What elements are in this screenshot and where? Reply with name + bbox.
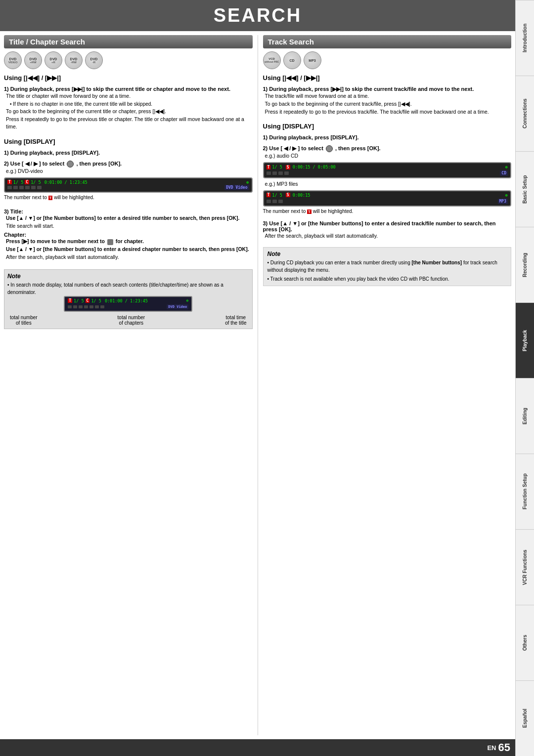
left-screen-top-row: T 1/ 5 C 1/ 5 0:01:00 / 1:23:45 ⊕ <box>7 180 249 185</box>
left-screen-c-val: 1/ 5 <box>31 180 41 185</box>
right-cd-badge: CD <box>500 170 508 176</box>
left-eg-label: e.g.) DVD-video <box>4 168 253 175</box>
left-step1-line3: Press it repeatedly to go to the previou… <box>4 116 253 131</box>
left-display-step1-bold: 1) During playback, press [DISPLAY]. <box>4 150 253 156</box>
left-note-bullet: • In search mode display, total numbers … <box>7 281 249 296</box>
right-eg2-label: e.g.) MP3 files <box>263 180 512 188</box>
left-step1-bold: 1) During playback, press [▶▶|] to skip … <box>4 86 253 92</box>
two-col-layout: Title / Chapter Search DVD VIDEO DVD +RW… <box>0 31 515 739</box>
left-step3-title-text: Use [▲ / ▼] or [the Number buttons] to e… <box>4 214 253 222</box>
left-chapter-label: Chapter: <box>4 232 253 238</box>
right-t-highlight: T <box>307 210 312 214</box>
page-number-row: EN 65 <box>0 739 515 756</box>
left-display-step2-text: 2) Use [ ◀ / ▶ ] to select , then press … <box>4 161 253 168</box>
right-note-box: Note • During CD playback you can enter … <box>263 247 512 286</box>
t-label: T <box>7 180 12 184</box>
left-screen-t-val: 1/ 5 <box>13 180 23 185</box>
right-display-step1: 1) During playback, press [DISPLAY]. <box>263 134 512 140</box>
left-step2-rest: , then press [OK]. <box>77 161 122 167</box>
left-step3: 3) Title: Use [▲ / ▼] or [the Number but… <box>4 207 253 261</box>
t-highlight: T <box>48 196 53 200</box>
sidebar-tab-basic-setup[interactable]: Basic Setup <box>516 151 534 227</box>
left-column: Title / Chapter Search DVD VIDEO DVD +RW… <box>4 35 253 735</box>
sidebar-tab-others[interactable]: Others <box>516 605 534 680</box>
search-target-icon <box>67 161 74 168</box>
left-screen-icon5 <box>31 186 36 189</box>
right-display-step1-bold: 1) During playback, press [DISPLAY]. <box>263 134 512 140</box>
en-label: EN <box>487 744 496 752</box>
right-step1-bold: 1) During playback, press [▶▶|] to skip … <box>263 86 512 92</box>
sidebar-tab-espanol[interactable]: Español <box>516 680 534 756</box>
left-disc-icons: DVD VIDEO DVD +RW DVD +R DVD -RW DVD - <box>4 51 253 69</box>
main-content: SEARCH Title / Chapter Search DVD VIDEO … <box>0 0 515 756</box>
right-search-target-icon <box>326 145 333 152</box>
sidebar-tab-vcr-functions[interactable]: VCR Functions <box>516 529 534 605</box>
right-mp3-screen: T 1/ 5 S 0:00:15 ⊕ MP3 <box>263 190 512 207</box>
c-label: C <box>25 180 29 184</box>
disc-dvd-video: DVD VIDEO <box>4 51 22 69</box>
left-screen-badge: DVD Video <box>224 185 249 190</box>
left-display-step1: 1) During playback, press [DISPLAY]. <box>4 150 253 156</box>
right-using-skip-heading: Using [|◀◀] / [▶▶|] <box>263 74 512 82</box>
right-display-step2: 2) Use [ ◀ / ▶ ] to select , then press … <box>263 145 512 215</box>
right-step1-line1: The track/file will move forward one at … <box>263 92 512 100</box>
left-step1-line2: To go back to the beginning of the curre… <box>4 108 253 116</box>
right-after-search: After the search, playback will start au… <box>263 232 512 240</box>
sidebar-tab-function-setup[interactable]: Function Setup <box>516 454 534 529</box>
left-chapter-text1: Press [▶] to move to the number next to … <box>4 238 253 246</box>
right-note-bullet1: • During CD playback you can enter a tra… <box>267 259 507 274</box>
left-using-display-heading: Using [DISPLAY] <box>4 138 253 145</box>
disc-mp3: MP3 <box>304 51 321 69</box>
left-after-search: After the search, playback will start au… <box>4 253 253 261</box>
right-step1: 1) During playback, press [▶▶|] to skip … <box>263 86 512 116</box>
sidebar: Introduction Connections Basic Setup Rec… <box>515 0 534 756</box>
chapter-icon <box>107 239 113 245</box>
left-using-skip-heading: Using [|◀◀] / [▶▶|] <box>4 74 253 82</box>
left-section-header: Title / Chapter Search <box>4 35 253 48</box>
right-highlight-note: The number next to T will be highlighted… <box>263 209 512 214</box>
disc-cd: CD <box>283 51 301 69</box>
sidebar-tab-editing[interactable]: Editing <box>516 378 534 454</box>
left-step3-title-label: 3) Title: <box>4 209 253 214</box>
right-note-bullet2: • Track search is not available when you… <box>267 275 507 283</box>
right-mp3-badge: MP3 <box>498 199 508 204</box>
left-screen-icon3 <box>19 186 24 189</box>
right-step2-bold-text: 2) Use [ ◀ / ▶ ] to select <box>263 145 323 151</box>
column-divider <box>258 35 258 735</box>
disc-dvd-r-plus: DVD +R <box>44 51 62 69</box>
page-title: SEARCH <box>0 0 515 31</box>
left-diagram-screen: T 1/ 5 C 1/ 5 0:01:00 / 1:23:45 ⊕ <box>64 296 192 312</box>
right-cd-screen: T 1/ 5 S 0:00:15 / 0:05:00 ⊕ CD <box>263 162 512 178</box>
disc-dvd-rw-plus: DVD +RW <box>24 51 42 69</box>
left-note-title: Note <box>7 273 249 280</box>
sidebar-tab-introduction[interactable]: Introduction <box>516 0 534 76</box>
left-chapter-text2: Use [▲ / ▼] or [the Number buttons] to e… <box>4 246 253 253</box>
left-step1: 1) During playback, press [▶▶|] to skip … <box>4 86 253 131</box>
right-step3-bold: 3) Use [▲ / ▼] or [the Number buttons] t… <box>263 220 512 232</box>
disc-vcd: VCD without PBC <box>263 51 281 69</box>
diagram-labels: total numberof titles total numberof cha… <box>7 315 249 326</box>
left-step1-line1: The title or chapter will move forward b… <box>4 92 253 100</box>
right-column: Track Search VCD without PBC CD MP3 Usin… <box>263 35 512 735</box>
left-step3-title-extra: Title search will start. <box>4 222 253 230</box>
sidebar-tab-playback[interactable]: Playback <box>516 302 534 378</box>
left-display-step2: 2) Use [ ◀ / ▶ ] to select , then press … <box>4 161 253 202</box>
left-screen-icon2 <box>13 186 18 189</box>
left-screen-bottom-row: DVD Video <box>7 185 249 190</box>
right-using-display-heading: Using [DISPLAY] <box>263 123 512 130</box>
sidebar-tab-recording[interactable]: Recording <box>516 227 534 302</box>
sidebar-tab-connections[interactable]: Connections <box>516 76 534 151</box>
left-screen-time: 0:01:00 / 1:23:45 <box>44 180 88 185</box>
right-step1-line2: To go back to the beginning of the curre… <box>263 100 512 108</box>
left-step2-bold-text: 2) Use [ ◀ / ▶ ] to select <box>4 161 64 167</box>
right-eg1-label: e.g.) audio CD <box>263 152 512 160</box>
left-highlight-note: The number next to T will be highlighted… <box>4 195 253 200</box>
label-total-time: total timeof the title <box>225 315 246 326</box>
left-step1-bullet: • If there is no chapter in one title, t… <box>4 100 253 108</box>
right-step1-line3: Press it repeatedly to go to the previou… <box>263 108 512 116</box>
right-note-title: Note <box>267 251 507 257</box>
left-screen-icon6 <box>37 186 42 189</box>
right-disc-icons: VCD without PBC CD MP3 <box>263 51 512 69</box>
disc-dvd-r-minus: DVD -R <box>85 51 103 69</box>
left-dvd-screen: T 1/ 5 C 1/ 5 0:01:00 / 1:23:45 ⊕ <box>4 177 253 193</box>
